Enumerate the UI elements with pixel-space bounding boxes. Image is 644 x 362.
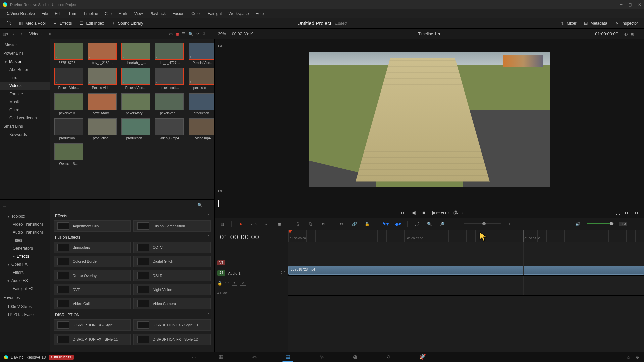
a1-curve-icon[interactable]: 〰 xyxy=(225,281,229,286)
timeline-ruler[interactable]: 01:00:00:0001:00:02:0001:00:04:00 xyxy=(288,230,644,242)
scrubber-playhead[interactable] xyxy=(218,200,219,207)
prev-edit-button[interactable]: ‹ xyxy=(447,209,449,216)
zoom-in-button[interactable]: + xyxy=(506,220,514,228)
auto-select-icon[interactable] xyxy=(237,261,243,265)
fx-item[interactable]: Video Camera xyxy=(133,298,211,309)
smart-bin-keywords[interactable]: Keywords xyxy=(0,131,50,139)
fx-item[interactable]: Fusion Composition xyxy=(133,220,211,232)
match-frame-button[interactable]: ⏭ xyxy=(218,44,222,48)
fx-category-header[interactable]: DISRUPTION˄ xyxy=(54,309,211,319)
fx-fav-100mv[interactable]: 100mV Steps xyxy=(0,303,50,311)
fx-generators[interactable]: Generators xyxy=(0,244,50,252)
metadata-button[interactable]: ▤ Metadata xyxy=(580,19,611,27)
next-clip-button[interactable]: ⏭ xyxy=(625,209,630,215)
menu-file[interactable]: File xyxy=(38,10,51,17)
fx-category-header[interactable]: Effects˄ xyxy=(54,210,211,220)
bypass-grades-button[interactable]: ◐ xyxy=(624,32,628,36)
selection-tool[interactable]: ➤ xyxy=(237,220,245,228)
timeline-dropdown[interactable]: Timeline 1 ▾ xyxy=(418,32,441,36)
clip-thumb[interactable]: production… xyxy=(189,93,214,115)
bin-outro[interactable]: Outro xyxy=(0,106,50,114)
fx-fairlight[interactable]: Fairlight FX xyxy=(0,285,50,293)
fx-item[interactable]: Digital Glitch xyxy=(133,256,211,267)
home-button[interactable]: ⌂ xyxy=(627,355,630,360)
media-pool-button[interactable]: ▥ Media Pool xyxy=(15,19,49,27)
bin-breadcrumb[interactable]: Videos xyxy=(27,32,43,36)
viewer-zoom[interactable]: 39% xyxy=(218,32,226,36)
timeline-tracks[interactable]: 01:00:00:0001:00:02:0001:00:04:00 657518… xyxy=(288,230,644,352)
clip-thumb[interactable]: video.mp4 xyxy=(189,118,214,140)
link-button[interactable]: 🔗 xyxy=(351,220,358,228)
sound-library-button[interactable]: ♪ Sound Library xyxy=(107,19,147,27)
viewer-options-button[interactable]: ⋯ xyxy=(637,32,641,36)
blade-tool[interactable]: ▦ xyxy=(275,220,283,228)
menu-davinci-resolve[interactable]: DaVinci Resolve xyxy=(2,10,38,17)
pool-options-button[interactable]: ⋯ xyxy=(208,32,212,36)
menu-edit[interactable]: Edit xyxy=(51,10,65,17)
fx-fav-tpzo[interactable]: TP ZO… Ease xyxy=(0,311,50,319)
effects-panel-toggle[interactable]: ▭ xyxy=(3,205,6,209)
fx-item[interactable]: DVE xyxy=(54,284,131,295)
menu-help[interactable]: Help xyxy=(252,10,267,17)
insert-button[interactable]: ⎘ xyxy=(294,220,301,228)
page-deliver[interactable]: 🚀 xyxy=(417,352,429,362)
timeline-timecode[interactable]: 01:00:00:00 xyxy=(215,230,288,244)
clip-thumb[interactable]: video(1).mp4 xyxy=(155,118,184,140)
single-viewer-button[interactable]: ▣ xyxy=(630,32,634,36)
fx-item[interactable]: DISRUPTION FX - Style 12 xyxy=(133,334,211,345)
v1-tag[interactable]: V1 xyxy=(217,260,225,265)
sort-button[interactable]: ⇅ xyxy=(202,32,205,36)
lock-icon[interactable] xyxy=(228,261,234,265)
viewer-scrubber[interactable] xyxy=(215,200,644,207)
full-extent-zoom[interactable]: ⛶ xyxy=(413,220,420,228)
monitor-volume-slider[interactable] xyxy=(587,223,614,224)
fx-item[interactable]: DISRUPTION FX - Style 11 xyxy=(54,334,131,345)
fx-audio-transitions[interactable]: Audio Transitions xyxy=(0,228,50,236)
timeline-options-button[interactable]: ⎍ xyxy=(633,220,640,228)
filter-button[interactable]: ⧩ xyxy=(196,32,199,36)
zoom-slider[interactable] xyxy=(464,223,501,224)
trim-tool[interactable]: ⟷ xyxy=(250,220,257,228)
fx-options-button[interactable]: ⋯ xyxy=(206,203,210,207)
fx-item[interactable]: Adjustment Clip xyxy=(54,220,131,232)
menu-clip[interactable]: Clip xyxy=(101,10,115,17)
goto-in-button[interactable]: ⏭ xyxy=(218,188,222,193)
fx-category-header[interactable]: Fusion Effects˄ xyxy=(54,232,211,242)
fx-openfx[interactable]: ▾Open FX xyxy=(0,260,50,268)
track-header-v1[interactable]: V1 xyxy=(215,258,288,268)
project-notes-button[interactable]: ▭ xyxy=(192,355,196,360)
custom-zoom[interactable]: 🔎 xyxy=(438,220,446,228)
fx-titles[interactable]: Titles xyxy=(0,236,50,244)
play-reverse-button[interactable]: ◀ xyxy=(412,209,416,216)
volume-icon[interactable]: 🔊 xyxy=(574,220,582,228)
menu-mark[interactable]: Mark xyxy=(115,10,131,17)
page-cut[interactable]: ✂ xyxy=(250,352,259,362)
menu-trim[interactable]: Trim xyxy=(65,10,80,17)
bin-forward-button[interactable]: › xyxy=(19,32,24,36)
bin-videos[interactable]: Videos xyxy=(0,82,50,90)
page-color[interactable]: ◕ xyxy=(350,352,360,362)
mixer-button[interactable]: ⎍ Mixer xyxy=(556,19,580,27)
menu-workspace[interactable]: Workspace xyxy=(225,10,252,17)
fx-item[interactable]: Night Vision xyxy=(133,284,211,295)
power-bin-master[interactable]: ▾ Master xyxy=(0,58,50,66)
clip-thumb[interactable]: pexels-tary… xyxy=(121,93,150,115)
fx-audiofx[interactable]: ▾Audio FX xyxy=(0,277,50,285)
track-v1[interactable]: 657518728.mp4 xyxy=(288,265,644,276)
dim-button[interactable]: DIM xyxy=(619,222,628,226)
page-media[interactable]: ▦ xyxy=(216,352,226,362)
search-button[interactable]: 🔍 xyxy=(188,32,193,36)
clip-thumb[interactable]: ♪boy_-_2182… xyxy=(88,43,117,65)
a1-tag[interactable]: A1 xyxy=(217,270,225,276)
metadata-view-button[interactable]: ▭ xyxy=(169,32,173,36)
menu-playback[interactable]: Playback xyxy=(146,10,169,17)
bin-musik[interactable]: Musik xyxy=(0,98,50,106)
marker-nav-button[interactable]: ◇ xyxy=(453,209,457,216)
goto-out-button[interactable]: ⏮ xyxy=(634,209,639,215)
bin-back-button[interactable]: ‹ xyxy=(11,32,16,36)
next-edit-button[interactable]: › xyxy=(461,209,463,216)
overwrite-button[interactable]: ⎗ xyxy=(307,220,314,228)
a1-mute-button[interactable]: M xyxy=(240,281,246,286)
fullscreen-viewer-button[interactable]: ⛶ xyxy=(3,19,15,27)
page-edit[interactable]: ▤ xyxy=(283,352,293,362)
